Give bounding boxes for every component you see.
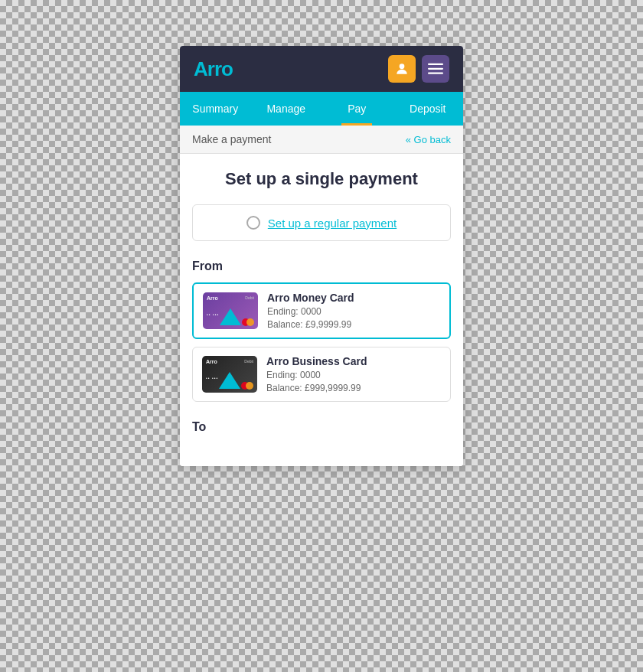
menu-button[interactable] [422,55,449,83]
from-section: From Arro Debit •• ••• [192,259,451,402]
user-icon [394,61,410,77]
business-card-balance: Balance: £999,9999.99 [266,383,367,393]
card-dots: •• ••• [207,312,219,317]
mastercard-icon-business [241,382,253,390]
money-card-ending: Ending: 0000 [267,306,354,317]
card-dots-business: •• ••• [206,376,218,380]
money-card-thumbnail: Arro Debit •• ••• [203,292,258,329]
business-card-info: Arro Business Card Ending: 0000 Balance:… [266,355,367,393]
go-back-link[interactable]: « Go back [406,134,451,145]
to-section: To [192,420,451,451]
tab-pay[interactable]: Pay [322,92,393,126]
business-card-option[interactable]: Arro Debit •• ••• Arro Business Card [192,347,451,402]
user-profile-button[interactable] [388,55,416,83]
page-title: Set up a single payment [192,169,451,189]
card-triangle-business [219,372,240,389]
breadcrumb-label: Make a payment [192,133,272,145]
svg-point-0 [400,64,405,69]
card-options: Arro Debit •• ••• Arro Money Card [192,282,451,402]
money-card-name: Arro Money Card [267,292,354,304]
phone-container: Arro Summary Manage [180,46,463,466]
breadcrumb: Make a payment « Go back [180,126,463,154]
from-label: From [192,259,451,273]
card-triangle [220,308,241,325]
header: Arro [180,46,463,92]
card-logo-business: Arro [206,359,217,364]
app-logo: Arro [194,57,233,81]
regular-payment-button[interactable]: Set up a regular payment [192,204,451,241]
business-card-ending: Ending: 0000 [266,370,367,380]
tab-summary[interactable]: Summary [180,92,251,126]
money-card-info: Arro Money Card Ending: 0000 Balance: £9… [267,292,354,330]
mastercard-icon [242,318,254,326]
svg-rect-2 [428,68,443,70]
business-card-thumbnail: Arro Debit •• ••• [202,356,257,393]
card-logo: Arro [207,295,218,301]
card-debit-label-business: Debit [244,359,253,364]
main-content: Set up a single payment Set up a regular… [180,154,463,466]
tab-manage[interactable]: Manage [251,92,322,126]
to-label: To [192,420,451,434]
svg-rect-1 [428,64,443,65]
regular-payment-link[interactable]: Set up a regular payment [268,217,397,230]
radio-icon [246,216,260,230]
nav-tabs: Summary Manage Pay Deposit [180,92,463,126]
business-card-name: Arro Business Card [266,355,367,367]
tab-deposit[interactable]: Deposit [393,92,464,126]
header-icons [388,55,449,83]
money-card-balance: Balance: £9,9999.99 [267,319,354,330]
menu-icon [428,63,443,75]
card-debit-label: Debit [245,295,254,300]
money-card-option[interactable]: Arro Debit •• ••• Arro Money Card [192,282,451,339]
svg-rect-3 [428,73,443,74]
